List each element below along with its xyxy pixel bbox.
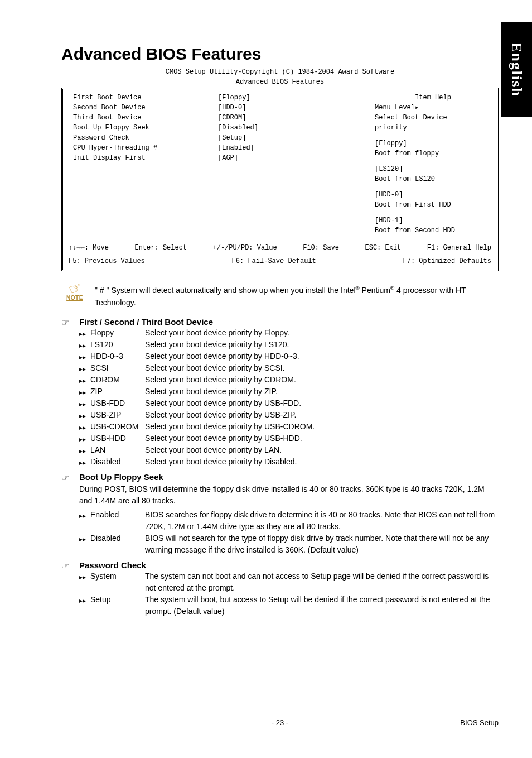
option-desc: Select your boot device priority by LS12…: [145, 339, 499, 351]
section-first-boot-device: ☞ First / Second / Third Boot Device ▸▸F…: [61, 317, 499, 468]
help-option: [Floppy] Boot from floppy: [375, 138, 491, 159]
option-row: ▸▸USB-ZIPSelect your boot device priorit…: [79, 409, 499, 421]
language-tab-text: English: [508, 42, 525, 97]
option-row: ▸▸FloppySelect your boot device priority…: [79, 327, 499, 339]
help-option-key: [LS120]: [375, 164, 491, 174]
bullet-icon: ▸▸: [79, 421, 90, 433]
key-save: F10: Save: [303, 243, 339, 253]
help-title: Item Help: [375, 93, 491, 103]
setting-row[interactable]: Third Boot Device [CDROM]: [73, 113, 363, 123]
setting-label: Init Display First: [73, 153, 218, 163]
setting-label: CPU Hyper-Threading #: [73, 143, 218, 153]
help-text: Select Boot Device: [375, 113, 491, 123]
option-desc: Select your boot device priority by USB-…: [145, 433, 499, 444]
option-name: Enabled: [90, 509, 145, 521]
option-name: LS120: [90, 339, 145, 351]
option-desc: Select your boot device priority by ZIP.: [145, 386, 499, 397]
help-option-key: [Floppy]: [375, 138, 491, 148]
bullet-icon: ▸▸: [79, 570, 90, 582]
setting-value: [HDD-0]: [218, 103, 246, 113]
option-desc: The system will boot, but access to Setu…: [145, 594, 499, 617]
key-f7: F7: Optimized Defaults: [403, 256, 491, 266]
section-paragraph: During POST, BIOS will determine the flo…: [79, 483, 499, 507]
bios-key-legend: ↑↓→←: Move Enter: Select +/-/PU/PD: Valu…: [63, 239, 497, 270]
setting-row[interactable]: First Boot Device [Floppy]: [73, 93, 363, 103]
bullet-icon: ▸▸: [79, 339, 90, 351]
help-menu-level: Menu Level▸: [375, 103, 491, 113]
option-name: Disabled: [90, 456, 145, 468]
page-footer: - 23 - BIOS Setup: [61, 716, 499, 727]
option-row: ▸▸USB-HDDSelect your boot device priorit…: [79, 433, 499, 444]
setting-label: First Boot Device: [73, 93, 218, 103]
setting-label: Boot Up Floppy Seek: [73, 123, 218, 133]
option-desc: Select your boot device priority by USB-…: [145, 421, 499, 433]
note-text: " # " System will detect automatically a…: [95, 281, 499, 309]
setting-label: Third Boot Device: [73, 113, 218, 123]
key-f5: F5: Previous Values: [69, 256, 145, 266]
bios-header-1: CMOS Setup Utility-Copyright (C) 1984-20…: [61, 68, 499, 77]
bios-help-panel: Item Help Menu Level▸ Select Boot Device…: [369, 89, 497, 239]
key-move: ↑↓→←: Move: [69, 243, 109, 253]
option-row: ▸▸DisabledBIOS will not search for the t…: [79, 532, 499, 556]
setting-row[interactable]: Boot Up Floppy Seek [Disabled]: [73, 123, 363, 133]
option-name: USB-ZIP: [90, 409, 145, 421]
section-title: Password Check: [79, 560, 146, 570]
help-option-desc: Boot from LS120: [375, 174, 491, 184]
setting-label: Password Check: [73, 133, 218, 143]
option-row: ▸▸CDROMSelect your boot device priority …: [79, 374, 499, 386]
bullet-icon: ▸▸: [79, 374, 90, 386]
hand-icon: ☞: [61, 472, 74, 482]
bullet-icon: ▸▸: [79, 509, 90, 521]
option-name: LAN: [90, 444, 145, 456]
option-desc: Select your boot device priority by HDD-…: [145, 351, 499, 362]
note-block: ☞ NOTE " # " System will detect automati…: [61, 281, 499, 309]
option-desc: BIOS searches for floppy disk drive to d…: [145, 509, 499, 532]
help-option-key: [HDD-1]: [375, 215, 491, 226]
option-name: Setup: [90, 594, 145, 606]
setting-value: [Disabled]: [218, 123, 258, 133]
option-row: ▸▸SystemThe system can not boot and can …: [79, 570, 499, 594]
option-desc: The system can not boot and can not acce…: [145, 570, 499, 594]
option-name: USB-HDD: [90, 433, 145, 444]
setting-row[interactable]: CPU Hyper-Threading # [Enabled]: [73, 143, 363, 153]
key-value: +/-/PU/PD: Value: [213, 243, 277, 253]
help-option-desc: Boot from Second HDD: [375, 226, 491, 236]
setting-label: Second Boot Device: [73, 103, 218, 113]
setting-value: [Floppy]: [218, 93, 250, 103]
bullet-icon: ▸▸: [79, 594, 90, 606]
option-name: CDROM: [90, 374, 145, 386]
section-title: First / Second / Third Boot Device: [79, 317, 213, 327]
bullet-icon: ▸▸: [79, 456, 90, 468]
section-password-check: ☞ Password Check ▸▸SystemThe system can …: [61, 560, 499, 617]
key-f1: F1: General Help: [427, 243, 491, 253]
page-number: - 23 -: [61, 718, 499, 727]
hand-icon: ☞: [61, 560, 74, 570]
page-title: Advanced BIOS Features: [61, 45, 499, 64]
setting-row[interactable]: Second Boot Device [HDD-0]: [73, 103, 363, 113]
bullet-icon: ▸▸: [79, 386, 90, 397]
bullet-icon: ▸▸: [79, 397, 90, 409]
option-desc: Select your boot device priority by USB-…: [145, 409, 499, 421]
help-option: [HDD-0] Boot from First HDD: [375, 190, 491, 210]
help-option-desc: Boot from floppy: [375, 148, 491, 159]
bullet-icon: ▸▸: [79, 327, 90, 339]
bios-header-2: Advanced BIOS Features: [61, 78, 499, 87]
key-f6: F6: Fail-Save Default: [232, 256, 316, 266]
option-desc: Select your boot device priority by Disa…: [145, 456, 499, 468]
option-desc: Select your boot device priority by Flop…: [145, 327, 499, 339]
bullet-icon: ▸▸: [79, 362, 90, 374]
option-row: ▸▸SCSISelect your boot device priority b…: [79, 362, 499, 374]
option-row: ▸▸ZIPSelect your boot device priority by…: [79, 386, 499, 397]
option-name: ZIP: [90, 386, 145, 397]
bullet-icon: ▸▸: [79, 444, 90, 456]
bios-settings-panel: First Boot Device [Floppy] Second Boot D…: [63, 89, 369, 239]
setting-row[interactable]: Password Check [Setup]: [73, 133, 363, 143]
setting-row[interactable]: Init Display First [AGP]: [73, 153, 363, 163]
setting-value: [Setup]: [218, 133, 246, 143]
option-desc: Select your boot device priority by CDRO…: [145, 374, 499, 386]
help-option: [HDD-1] Boot from Second HDD: [375, 215, 491, 236]
setting-value: [AGP]: [218, 153, 238, 163]
option-row: ▸▸USB-FDDSelect your boot device priorit…: [79, 397, 499, 409]
help-text: priority: [375, 123, 491, 133]
option-row: ▸▸LS120Select your boot device priority …: [79, 339, 499, 351]
